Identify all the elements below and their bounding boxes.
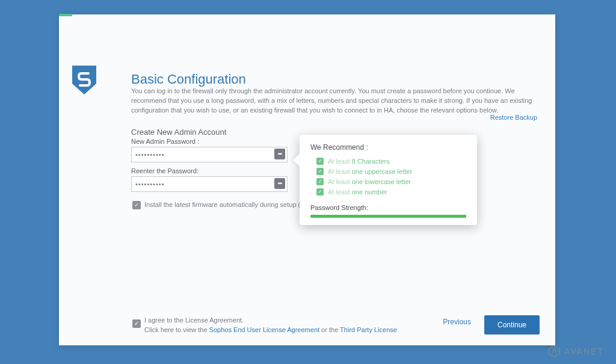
toggle-password-visibility-icon[interactable]: •••: [274, 178, 285, 189]
new-password-label: New Admin Password :: [131, 138, 199, 145]
license-checkbox[interactable]: ✓: [132, 319, 141, 328]
sophos-eula-link[interactable]: Sophos End User License Agreement: [209, 326, 319, 333]
avanet-logo-icon: [547, 345, 561, 358]
requirement-item: ✓ At least one uppercase letter: [316, 168, 466, 175]
third-party-license-link[interactable]: Third Party License: [340, 326, 397, 333]
check-icon: ✓: [316, 168, 324, 175]
sophos-shield-logo: [72, 66, 96, 94]
license-text: I agree to the License Agreement. Click …: [144, 316, 397, 335]
check-icon: ✓: [316, 178, 324, 185]
strength-label: Password Strength:: [310, 204, 466, 211]
continue-button[interactable]: Continue: [484, 315, 540, 335]
page-title: Basic Configuration: [131, 72, 246, 87]
password-recommendation-tooltip: We Recommend : ✓ At least 8 Characters ✓…: [300, 135, 477, 225]
page-description: You can log in to the firewall only thro…: [131, 87, 546, 116]
check-icon: ✓: [316, 158, 324, 165]
main-panel: Basic Configuration You can log in to th…: [59, 14, 555, 345]
check-icon: ✓: [316, 188, 324, 196]
toggle-password-visibility-icon[interactable]: •••: [274, 149, 285, 159]
avanet-watermark: AVANET: [547, 345, 604, 358]
window-accent: [59, 14, 72, 16]
firmware-label: Install the latest firmware automaticall…: [144, 201, 306, 208]
firmware-checkbox[interactable]: ✓: [132, 201, 141, 209]
tooltip-arrow: [292, 154, 300, 166]
tooltip-title: We Recommend :: [310, 143, 466, 152]
previous-button[interactable]: Previous: [438, 313, 476, 331]
strength-bar: [310, 215, 466, 218]
reenter-password-input[interactable]: [131, 176, 288, 192]
section-heading: Create New Admin Account: [131, 128, 226, 137]
requirement-item: ✓ At least one number: [316, 188, 466, 196]
new-password-input[interactable]: [131, 147, 288, 162]
requirement-item: ✓ At least one lowercase letter: [316, 178, 466, 185]
restore-backup-link[interactable]: Restore Backup: [490, 114, 537, 121]
reenter-password-label: Reenter the Password:: [131, 167, 199, 174]
requirement-item: ✓ At least 8 Characters: [316, 158, 466, 165]
